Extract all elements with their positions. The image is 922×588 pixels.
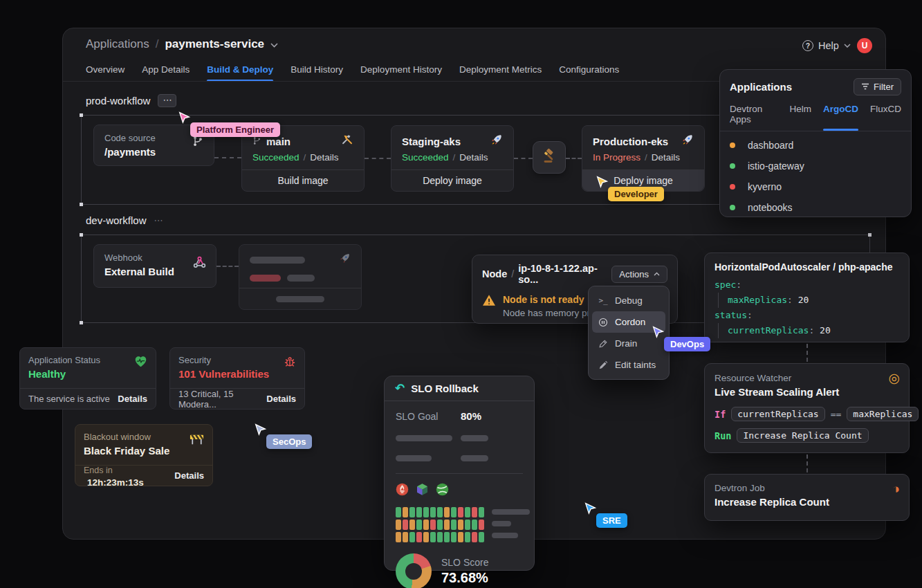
help-icon: ? [802,40,813,51]
if-keyword: If [714,409,726,420]
filter-button[interactable]: Filter [854,78,901,95]
yaml-key: spec [714,279,736,290]
actions-label: Actions [619,269,649,279]
slo-cell [430,532,436,542]
yaml-value: 20 [798,295,809,305]
slo-cell [416,532,422,542]
webhook-value: External Build [104,266,205,277]
security-card[interactable]: Security 101 Vulnerabilities 13 Critical… [169,347,305,410]
pointer-icon [651,325,665,340]
application-status-label: Application Status [28,355,147,365]
menu-item-debug[interactable]: >_ Debug [592,290,665,311]
application-status-value: Healthy [28,368,147,380]
cursor-secops: SecOps [253,423,268,440]
brush-icon [598,339,609,349]
rocket-icon [339,252,351,267]
code-source-label: Code source [104,133,203,143]
skeleton-bar [396,435,452,441]
condition-left-chip[interactable]: currentReplicas [731,407,824,421]
resize-handle[interactable] [80,113,83,117]
run-action-chip[interactable]: Increase Replica Count [737,428,868,443]
build-image-button[interactable]: Build image [242,169,364,191]
status-separator: / [453,152,456,163]
devtron-job-panel[interactable]: Devtron Job Increase Replica Count ◑ [704,474,910,521]
watcher-icon: ◎ [888,371,900,385]
tab-build-deploy[interactable]: Build & Deploy [207,64,273,75]
resize-handle[interactable] [80,321,83,324]
skeleton-bar [276,296,324,302]
tab-overview[interactable]: Overview [86,64,125,75]
status-dot [730,143,735,148]
dev-workflow-header: dev-workflow ⋯ [86,214,163,226]
production-details-link[interactable]: Details [652,152,680,163]
staging-details-link[interactable]: Details [459,152,488,163]
app-name: kyverno [748,181,782,192]
avatar[interactable]: U [857,38,872,53]
tab-helm[interactable]: Helm [789,104,811,131]
rocket-icon [490,134,503,149]
tab-argocd[interactable]: ArgoCD [823,104,858,131]
app-list-item[interactable]: kyverno [720,176,911,197]
warning-icon [482,294,496,318]
tab-deployment-history[interactable]: Deployment History [360,64,442,75]
breadcrumb-separator: / [156,37,159,51]
resize-handle[interactable] [868,233,872,237]
filter-icon [861,82,869,92]
approval-gate-node[interactable] [533,141,566,174]
staging-env-name: Staging-aks [402,136,461,147]
tools-icon [341,134,353,149]
slo-goal-value: 80% [461,410,481,422]
node-warning-description: Node has memory pre [503,308,596,318]
slo-score-value: 73.68% [441,570,488,586]
app-list-item[interactable]: istio-gateway [720,156,911,176]
tab-app-details[interactable]: App Details [142,64,190,75]
application-status-footer: The service is active [28,394,110,404]
breadcrumb-root[interactable]: Applications [86,37,149,51]
more-options-button[interactable]: ⋯ [158,94,176,107]
resize-handle[interactable] [80,203,83,206]
help-menu[interactable]: ? Help [802,40,851,51]
tab-build-history[interactable]: Build History [291,64,343,75]
menu-item-edit-taints[interactable]: Edit taints [592,354,665,376]
build-details-link[interactable]: Details [310,152,338,163]
webhook-card[interactable]: Webhook External Build [93,244,216,288]
application-status-details-link[interactable]: Details [118,394,147,404]
security-details-link[interactable]: Details [266,394,296,404]
chevron-down-icon [844,44,851,48]
app-list-item[interactable]: notebooks [720,197,911,218]
skeleton-bar [492,509,530,515]
node-separator: / [511,268,514,279]
workflow-connector [214,157,241,158]
help-label: Help [818,40,839,51]
node-warning-title: Node is not ready [503,294,596,305]
tab-devtron-apps[interactable]: Devtron Apps [730,104,777,131]
filter-label: Filter [874,82,894,92]
app-list-item[interactable]: dashboard [720,135,911,156]
more-options-button[interactable]: ⋯ [154,215,163,226]
blackout-window-card[interactable]: Blackout window Black Friday Sale Ends i… [75,424,213,486]
blackout-details-link[interactable]: Details [174,470,204,481]
skeleton-bar [461,455,488,461]
application-status-card[interactable]: Application Status Healthy The service i… [19,347,156,410]
cube-icon [416,483,429,499]
pointer-icon [583,502,598,516]
resize-handle[interactable] [80,233,83,237]
canvas: Applications / payments-service ? Help U… [0,0,922,588]
tab-deployment-metrics[interactable]: Deployment Metrics [459,64,542,75]
chevron-down-icon[interactable] [270,37,278,51]
yaml-key: status [714,310,747,320]
security-value: 101 Vulnerabilities [178,368,296,380]
resource-watcher-panel: Resource Watcher Live Stream Scaling Ale… [704,363,910,453]
slo-cell [403,520,408,530]
yaml-line: maxReplicas: 20 [718,293,899,308]
tab-fluxcd[interactable]: FluxCD [870,104,901,131]
condition-right-chip[interactable]: maxReplicas [847,407,919,421]
staging-deploy-image-button[interactable]: Deploy image [391,169,513,191]
slo-cell [437,520,443,530]
tab-configurations[interactable]: Configurations [559,64,619,75]
skeleton-bar [396,455,432,461]
avatar-initial: U [862,41,868,50]
slo-cell [472,520,477,530]
staging-deploy-card[interactable]: Staging-aks Succeeded / Details Deploy i… [391,125,514,192]
actions-button[interactable]: Actions [611,266,667,283]
